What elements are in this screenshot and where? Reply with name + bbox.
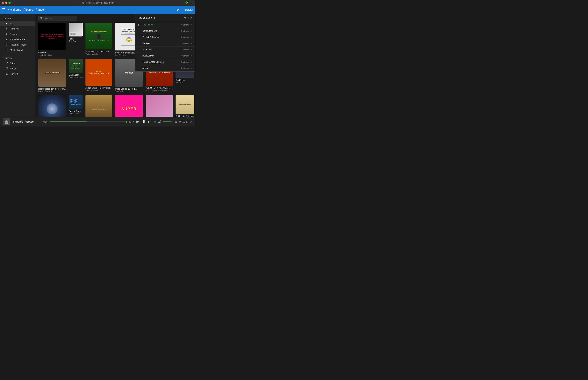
queue-item-left-3: ⏵ Pocket Calculator <box>137 36 179 39</box>
remove-queue-item-button-5[interactable]: ✕ <box>190 48 192 51</box>
remove-queue-item-button[interactable]: ✕ <box>190 23 192 26</box>
queue-item-robots[interactable]: ⏸ The Robots Kraftwerk ✕ <box>135 22 195 28</box>
queue-item-left-4: ⏵ Dentaku <box>137 42 179 45</box>
star-button[interactable]: ☆ <box>154 120 156 123</box>
album-card-caetano[interactable]: Caetano Veloso CAETANEAR Caetanear Caeta… <box>69 59 83 93</box>
queue-item-abzug[interactable]: ⏵ Abzug Kraftwerk ✕ <box>135 65 195 71</box>
album-card-battleship[interactable]: Battleship Potemkin Battleship Potemkin <box>176 95 194 117</box>
close-queue-button[interactable]: ✕ <box>190 16 192 19</box>
sidebar-divider <box>2 54 33 54</box>
player-cover: 🤖 <box>3 118 10 125</box>
album-cover-lynyrd: LYNYRD SKYNYRD <box>38 59 66 87</box>
remove-queue-item-button-3[interactable]: ✕ <box>190 36 192 38</box>
pause-button[interactable]: ⏸ <box>142 119 146 124</box>
appbar-title: Navidrome - Albums - Random <box>7 8 174 11</box>
album-card-lynyrd[interactable]: LYNYRD SKYNYRD (pronounced 'leh-'nérd 's… <box>38 59 66 93</box>
shuffle-button[interactable]: ⇄ <box>179 120 181 123</box>
sidebar-item-recently-added[interactable]: ⊞ Recently Added <box>0 37 36 42</box>
queue-item-left-5: ⏵ Autobahn <box>137 48 179 51</box>
search-input[interactable] <box>44 17 75 20</box>
sidebar-recently-added-label: Recently Added <box>10 38 26 41</box>
remove-queue-item-button-2[interactable]: ✕ <box>190 30 192 32</box>
queue-track-artist-4: Kraftwerk <box>179 42 189 44</box>
queue-item-computer-love[interactable]: ⏵ Computer Love Kraftwerk ✕ <box>135 28 195 34</box>
close-player-button[interactable]: ✕ <box>190 120 192 123</box>
search-box[interactable]: 🔍 <box>38 16 77 21</box>
queue-item-autobahn[interactable]: ⏵ Autobahn Kraftwerk ✕ <box>135 47 195 53</box>
close-button[interactable] <box>2 2 4 4</box>
sidebar-item-recently-played[interactable]: ▷ Recently Played <box>0 42 36 47</box>
album-artist-blade: Vangelis <box>176 81 194 83</box>
puzzle-icon[interactable]: 🧩 <box>185 1 189 5</box>
minimize-button[interactable] <box>5 2 7 4</box>
hamburger-menu-button[interactable]: ☰ <box>2 8 5 12</box>
sidebar-item-random[interactable]: ✕ Random <box>0 26 36 31</box>
album-cover-super: SUPER <box>115 95 143 117</box>
sidebar-item-starred[interactable]: ★ Starred <box>0 31 36 37</box>
next-button[interactable]: ⏭ <box>148 119 152 124</box>
album-artist-used: Tom Waits <box>115 90 143 92</box>
album-card-brothers[interactable]: This is an album by The Black Keys. The … <box>38 23 66 56</box>
refresh-button[interactable]: ↻ <box>176 8 179 12</box>
play-placeholder-icon-4: ⏵ <box>137 42 141 45</box>
album-cover-faith: DELUXE EDITION <box>69 23 83 37</box>
album-artist-caetano: Caetano Veloso <box>69 76 83 78</box>
player-right-controls: ☆ 🔊 ☰ ⇄ 11 ⊡ ✕ <box>154 120 192 123</box>
sidebar-item-most-played[interactable]: ⊡ Most Played <box>0 47 36 53</box>
miniplayer-button[interactable]: ⊡ <box>186 120 189 123</box>
album-card-golden[interactable]: Ween 12 Golden Country Greats 12 Golden … <box>85 95 112 117</box>
queue-item-pocket[interactable]: ⏵ Pocket Calculator Kraftwerk ✕ <box>135 34 195 40</box>
album-title-caetano: Caetanear <box>69 74 83 76</box>
queue-track-artist-7: Kraftwerk <box>179 61 189 63</box>
play-queue-title: Play Queue / 11 <box>137 17 155 19</box>
remove-queue-item-button-8[interactable]: ✕ <box>190 67 192 70</box>
queue-track-artist-8: Kraftwerk <box>179 67 189 69</box>
queue-item-radioactivity[interactable]: ⏵ Radioactivity Kraftwerk ✕ <box>135 53 195 59</box>
sidebar-recently-played-label: Recently Played <box>10 43 27 46</box>
album-card-raspberry[interactable]: Raspberry Beret Prince <box>146 95 173 117</box>
sidebar-item-artists[interactable]: 🎤 Artists <box>0 60 36 66</box>
album-artist-faith: The Cure <box>69 40 83 42</box>
play-placeholder-icon-8: ⏵ <box>137 67 141 70</box>
album-cover-raspberry <box>146 95 173 117</box>
library-header[interactable]: ▼ Library <box>0 56 36 60</box>
album-artist-brothers: The Black Keys <box>38 54 66 56</box>
album-card-obscured[interactable]: Obscured By Clouds Pink Floyd <box>38 95 66 117</box>
delete-queue-button[interactable]: 🗑 <box>184 16 187 19</box>
sidebar-artists-label: Artists <box>10 62 16 64</box>
menu-dots-icon[interactable]: ⋮ <box>190 1 193 5</box>
maximize-button[interactable] <box>8 2 11 4</box>
album-card-audio[interactable]: AUDIO ROCK 'N' ROLL FOREVER Audio News -… <box>85 59 112 93</box>
queue-track-title-5: Autobahn <box>142 48 151 51</box>
sidebar-starred-label: Starred <box>10 33 18 36</box>
album-cover-golden: Ween 12 Golden Country Greats <box>85 95 112 117</box>
remove-queue-item-button-7[interactable]: ✕ <box>190 60 192 63</box>
volume-button[interactable]: 🔊 <box>158 120 161 123</box>
album-title-used: Used Songs: 1973–1... <box>115 88 143 90</box>
sidebar-item-all[interactable]: ⏺ All <box>0 21 36 26</box>
album-card-super[interactable]: SUPER Super Pet Shop Boys <box>115 95 143 117</box>
player-progress-bar[interactable] <box>50 121 127 122</box>
previous-button[interactable]: ⏮ <box>136 119 140 124</box>
play-queue-actions: 🗑 | ✕ <box>184 16 192 19</box>
play-placeholder-icon-6: ⏵ <box>137 54 141 57</box>
albums-header[interactable]: ▼ Albums <box>0 16 36 21</box>
sidebar-item-songs[interactable]: 🎵 Songs <box>0 66 36 71</box>
queue-list-button[interactable]: ☰ <box>175 120 177 123</box>
queue-item-transeurope[interactable]: ⏵ Trans-Europe Express Kraftwerk ✕ <box>135 59 195 65</box>
album-artist-putumayo: Various Artists <box>85 53 112 55</box>
album-cover-caetano: Caetano Veloso CAETANEAR <box>69 59 83 73</box>
album-card-faith[interactable]: DELUXE EDITION Faith The Cure <box>69 23 83 56</box>
user-menu-button[interactable]: 👤 Deluan <box>181 8 193 11</box>
sidebar-item-playlists[interactable]: ☰ Playlists <box>0 71 36 76</box>
player: 🤖 The Robots - Kraftwerk 04:15 08:58 ⏮ ⏸… <box>0 117 195 127</box>
remove-queue-item-button-4[interactable]: ✕ <box>190 42 192 45</box>
volume-slider[interactable] <box>163 121 173 122</box>
remove-queue-item-button-6[interactable]: ✕ <box>190 54 192 57</box>
play-placeholder-icon-3: ⏵ <box>137 36 141 39</box>
queue-item-dentaku[interactable]: ⏵ Dentaku Kraftwerk ✕ <box>135 40 195 47</box>
playlists-icon: ☰ <box>5 72 8 75</box>
album-card-putumayo[interactable]: PUTUMAYO PRESENTS TRIBUTE TO A REGGAE LE… <box>85 23 112 56</box>
album-title-save: Save a Prayer <box>69 110 83 113</box>
album-card-save[interactable]: DURAN DURAN SAVE A PRAYER Save a Prayer … <box>69 95 83 117</box>
